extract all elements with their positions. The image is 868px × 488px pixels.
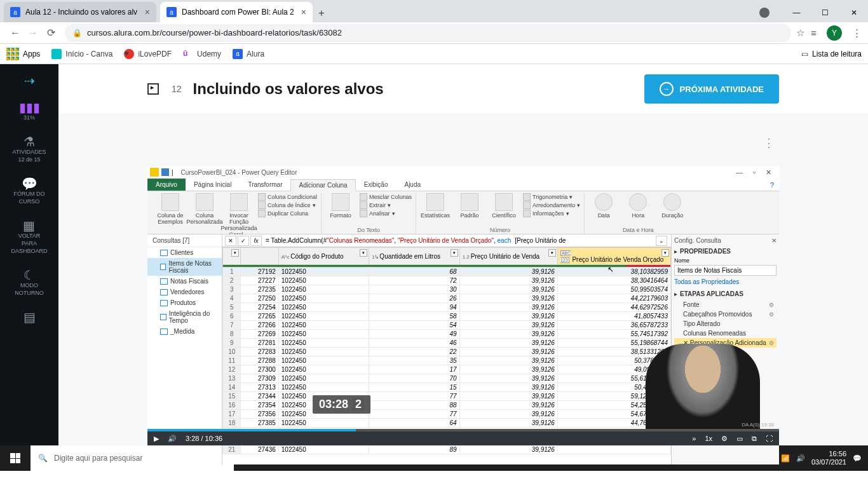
volume-tray-icon[interactable]: 🔊 [796, 454, 805, 463]
column-filter-icon[interactable]: ▾ [451, 249, 458, 257]
next-activity-button[interactable]: → PRÓXIMA ATIVIDADE [644, 74, 779, 104]
query-name-input[interactable] [674, 265, 776, 276]
rb-duration[interactable]: Duração [657, 193, 688, 227]
rb-index-column[interactable]: Coluna de Índice ▾ [258, 201, 317, 209]
rb-trigonometry[interactable]: Trigonometria ▾ [523, 193, 580, 201]
reading-list-button[interactable]: ▭ Lista de leitura [801, 50, 862, 58]
applied-step[interactable]: Colunas Renomeadas [674, 329, 776, 338]
query-item[interactable]: Vendedores [147, 287, 222, 297]
save-icon[interactable] [161, 168, 169, 176]
table-row[interactable]: 52725410224509439,912644,62972526 [223, 303, 671, 312]
fx-cancel-icon[interactable]: ✕ [225, 236, 236, 246]
table-row[interactable]: 182738510224506439,912644,76959962 [223, 419, 671, 428]
pq-tab-file[interactable]: Arquivo [147, 179, 186, 191]
table-row[interactable]: 152734410224507739,912659,12633661 [223, 392, 671, 401]
wifi-icon[interactable]: 📶 [781, 454, 790, 463]
browser-tab-2[interactable]: a Dashboard com Power BI: Aula 2 × [160, 2, 313, 22]
menu-icon[interactable]: ⋮ [852, 27, 862, 39]
sidebar-activities[interactable]: ⚗ATIVIDADES 12 de 15 [13, 138, 46, 163]
notifications-icon[interactable]: 💬 [853, 454, 862, 463]
table-row[interactable]: 42725010224502639,912644,22179603 [223, 294, 671, 303]
table-row[interactable]: 102728310224502239,912638,51331264 [223, 348, 671, 356]
table-row[interactable]: 92728110224504639,912655,19868744 [223, 339, 671, 348]
sidebar-darkmode[interactable]: ☾MODO NOTURNO [15, 271, 44, 297]
apps-icon[interactable] [6, 48, 19, 60]
more-options-button[interactable]: ⋮ [759, 133, 779, 153]
pq-help-icon[interactable]: ? [765, 179, 779, 191]
table-row[interactable]: 142731310224501539,912650,4844789 [223, 383, 671, 392]
pq-minimize-icon[interactable]: — [736, 168, 743, 177]
reading-list-icon[interactable]: ≡ [811, 27, 817, 38]
bookmark-udemy[interactable]: ûUdemy [183, 49, 221, 59]
close-icon[interactable]: ✕ [771, 237, 776, 244]
pq-close-icon[interactable]: ✕ [766, 168, 771, 177]
speed-button[interactable]: 1x [705, 435, 712, 442]
sidebar-menu[interactable]: ⇢ [24, 77, 35, 87]
reload-button[interactable]: ⟳ [42, 24, 60, 42]
sidebar-forum[interactable]: 💬FÓRUM DO CURSO [14, 180, 45, 205]
rb-statistics[interactable]: Estatísticas [420, 193, 451, 227]
column-filter-icon[interactable]: ▾ [661, 249, 669, 257]
table-row[interactable]: 212743610224508939,9126 [223, 445, 671, 454]
minimize-button[interactable]: — [782, 3, 811, 22]
query-item[interactable]: Items de Notas Fiscais [147, 258, 222, 276]
video-player[interactable]: | CursoPowerBI_024 - Power Query Editor … [147, 166, 779, 445]
back-button[interactable]: ← [6, 24, 24, 42]
forward-button[interactable]: → [24, 24, 42, 42]
skip-button[interactable]: » [692, 435, 696, 442]
table-row[interactable]: 62726510224505839,912641,8057433 [223, 312, 671, 321]
pip-icon[interactable]: ⧉ [752, 435, 757, 443]
table-row[interactable]: 112728810224503539,912650,3783467 [223, 356, 671, 365]
table-row[interactable]: 32723510224503039,912650,99503574 [223, 285, 671, 294]
column-filter-icon[interactable]: ▾ [360, 249, 367, 257]
query-item[interactable]: Clientes [147, 247, 222, 258]
column-filter-icon[interactable]: ▾ [548, 249, 556, 257]
query-item[interactable]: Notas Fiscais [147, 276, 222, 287]
pq-tab-help[interactable]: Ajuda [396, 179, 429, 191]
fx-accept-icon[interactable]: ✓ [238, 236, 249, 246]
rb-time[interactable]: Hora [623, 193, 653, 227]
table-row[interactable]: 172735610224507739,912654,67604765 [223, 410, 671, 419]
rb-scientific[interactable]: Científico [489, 193, 519, 227]
taskbar-clock[interactable]: 16:56 03/07/2021 [811, 450, 846, 466]
rb-invoke-function[interactable]: Invocar Função Personalizada [224, 193, 254, 231]
pq-restore-icon[interactable]: ▫ [753, 168, 756, 177]
settings-icon[interactable]: ⚙ [721, 435, 728, 443]
query-item[interactable]: Inteligência do Tempo [147, 308, 222, 326]
sidebar-dashboard[interactable]: ▦VOLTAR PARA DASHBOARD [11, 222, 47, 255]
browser-tab-1[interactable]: a Aula 12 - Incluindo os valores alv × [4, 2, 156, 22]
table-row[interactable]: 162735410224508839,912654,25558294 [223, 401, 671, 410]
fx-icon[interactable]: fx [250, 236, 262, 246]
rb-date[interactable]: Data [588, 193, 619, 227]
bookmark-canva[interactable]: Início - Canva [51, 49, 112, 59]
close-icon[interactable]: × [145, 7, 150, 17]
start-button[interactable] [0, 445, 31, 471]
sidebar-progress[interactable]: ▮▮▮31% [19, 104, 40, 121]
sidebar-more[interactable]: ▤ [24, 313, 36, 323]
rb-information[interactable]: Informações ▾ [523, 210, 580, 217]
rb-format[interactable]: Formato [325, 193, 356, 227]
close-button[interactable]: ✕ [839, 3, 868, 22]
table-row[interactable]: 12719210224506839,912638,10382959 [223, 268, 671, 276]
rb-rounding[interactable]: Arredondamento ▾ [523, 201, 580, 209]
new-tab-button[interactable]: + [313, 4, 330, 22]
pq-tab-transform[interactable]: Transformar [240, 179, 290, 191]
bookmark-ilovepdf[interactable]: ♥iLovePDF [124, 49, 172, 59]
play-button[interactable]: ▶ [154, 435, 159, 443]
applied-step[interactable]: Cabeçalhos Promovidos⚙ [674, 309, 776, 319]
all-properties-link[interactable]: Todas as Propriedades [674, 278, 776, 285]
rb-column-examples[interactable]: Coluna de Exemplos [155, 193, 186, 231]
pq-tab-view[interactable]: Exibição [356, 179, 397, 191]
table-row[interactable]: 72726610224505439,912636,65787233 [223, 321, 671, 330]
captions-icon[interactable]: ▭ [736, 435, 743, 443]
rb-extract[interactable]: Extrair ▾ [360, 201, 412, 209]
table-row[interactable]: 82726910224504939,912655,74517392 [223, 330, 671, 339]
rb-parse[interactable]: Analisar ▾ [360, 210, 412, 217]
query-item[interactable]: Produtos [147, 297, 222, 308]
rb-merge-columns[interactable]: Mesclar Colunas [360, 193, 412, 201]
pq-tab-home[interactable]: Página Inicial [186, 179, 240, 191]
applied-step[interactable]: Tipo Alterado [674, 319, 776, 329]
star-icon[interactable]: ☆ [796, 27, 804, 39]
apps-label[interactable]: Apps [23, 50, 40, 58]
pq-formula-bar[interactable]: ✕ ✓ fx = Table.AddColumn(#"Colunas Renom… [222, 234, 671, 247]
